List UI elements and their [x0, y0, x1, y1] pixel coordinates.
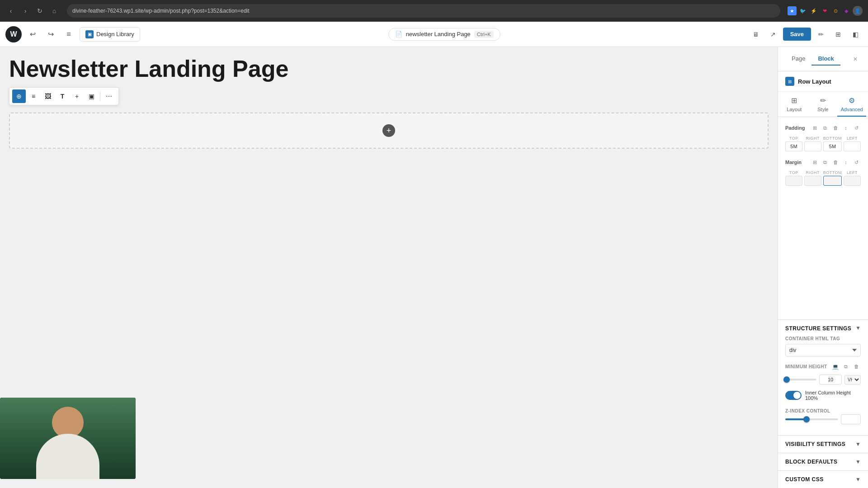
- z-index-value-input[interactable]: [841, 414, 861, 424]
- padding-copy-btn[interactable]: ⧉: [821, 123, 830, 132]
- padding-label: Padding ⊞ ⧉ 🗑 ↕ ↺: [785, 123, 861, 132]
- profile-icon[interactable]: 👤: [853, 6, 863, 16]
- margin-copy-btn[interactable]: ⧉: [821, 158, 830, 167]
- inner-column-height-toggle[interactable]: [785, 391, 802, 400]
- container-tag-label: CONTAINER HTML TAG: [785, 336, 861, 341]
- panel-header: Page Block ×: [778, 47, 868, 71]
- block-media-button[interactable]: ▣: [85, 89, 98, 103]
- design-library-button[interactable]: ▣ Design Library: [80, 27, 140, 42]
- min-height-delete-btn[interactable]: 🗑: [852, 362, 861, 371]
- style-icon: ✏: [820, 96, 826, 105]
- layout-icon: ⊞: [791, 96, 797, 105]
- design-library-label: Design Library: [96, 31, 134, 38]
- padding-bottom-input[interactable]: [823, 141, 842, 151]
- padding-bottom-cell: BOTTOM: [823, 136, 842, 151]
- padding-controls: ⊞ ⧉ 🗑 ↕ ↺: [810, 123, 861, 132]
- sub-tab-advanced[interactable]: ⚙ Advanced: [837, 92, 866, 117]
- margin-left-input[interactable]: [844, 176, 861, 186]
- url-text: divine-feather-76243.wp1.site/wp-admin/p…: [72, 8, 250, 14]
- min-height-unit-select[interactable]: VH px %: [844, 375, 861, 385]
- tab-block[interactable]: Block: [811, 52, 840, 66]
- redo-button[interactable]: ↪: [43, 27, 58, 42]
- preview-desktop-button[interactable]: 🖥: [749, 27, 763, 42]
- panel-close-button[interactable]: ×: [850, 54, 861, 65]
- video-thumbnail: [0, 398, 136, 479]
- padding-top-input[interactable]: [785, 141, 802, 151]
- page-name-pill[interactable]: 📄 newsletter Landing Page Ctrl+K: [388, 28, 500, 41]
- toolbar-right: 🖥 ↗ Save ✏ ⊞ ◧: [749, 27, 863, 42]
- back-button[interactable]: ‹: [5, 5, 16, 16]
- structure-settings-title: Structure Settings: [785, 325, 851, 332]
- min-height-value-input[interactable]: [819, 375, 842, 385]
- margin-bottom-input[interactable]: [823, 176, 842, 186]
- sub-tab-layout-label: Layout: [787, 107, 802, 112]
- wp-logo-letter: W: [10, 30, 17, 38]
- margin-top-input[interactable]: [785, 176, 802, 186]
- undo-button[interactable]: ↩: [25, 27, 40, 42]
- ext-icon-4[interactable]: ❤: [820, 6, 829, 15]
- block-text-button[interactable]: T: [56, 89, 69, 103]
- min-height-track[interactable]: [785, 379, 816, 380]
- padding-delete-btn[interactable]: 🗑: [831, 123, 840, 132]
- visibility-settings-section[interactable]: Visibility Settings ▼: [778, 435, 868, 453]
- sub-tab-style[interactable]: ✏ Style: [809, 92, 838, 117]
- min-height-copy-btn[interactable]: ⧉: [841, 362, 850, 371]
- row-layout-icon: ⊞: [785, 77, 794, 86]
- margin-controls: ⊞ ⧉ 🗑 ↕ ↺: [810, 158, 861, 167]
- padding-expand-btn[interactable]: ↕: [841, 123, 850, 132]
- advanced-icon: ⚙: [849, 96, 855, 105]
- ext-icon-2[interactable]: 🐦: [798, 6, 807, 15]
- toggle-knob: [793, 392, 801, 399]
- block-image-button[interactable]: 🖼: [41, 89, 55, 103]
- block-defaults-title: Block Defaults: [785, 459, 837, 465]
- preview-external-button[interactable]: ↗: [766, 27, 780, 42]
- margin-expand-btn[interactable]: ↕: [841, 158, 850, 167]
- home-button[interactable]: ⌂: [49, 5, 60, 16]
- margin-reset-btn[interactable]: ↺: [852, 158, 861, 167]
- settings-icon-button[interactable]: ⊞: [831, 27, 845, 42]
- padding-left-input[interactable]: [844, 141, 861, 151]
- ext-icon-5[interactable]: ⊙: [831, 6, 840, 15]
- ext-icon-3[interactable]: ⚡: [809, 6, 818, 15]
- sidebar-toggle-button[interactable]: ◧: [848, 27, 863, 42]
- margin-delete-btn[interactable]: 🗑: [831, 158, 840, 167]
- forward-button[interactable]: ›: [20, 5, 31, 16]
- padding-top-label: TOP: [789, 136, 798, 141]
- panel-content: Padding ⊞ ⧉ 🗑 ↕ ↺ TOP RIGHT: [778, 117, 868, 319]
- min-height-label: Minimum Height: [785, 364, 827, 369]
- save-button[interactable]: Save: [783, 28, 811, 41]
- block-add-button[interactable]: +: [70, 89, 84, 103]
- custom-css-section[interactable]: Custom CSS ▼: [778, 470, 868, 488]
- padding-right-input[interactable]: [804, 141, 821, 151]
- ext-icon-1[interactable]: ★: [788, 6, 797, 15]
- inner-column-height-label: Inner Column Height 100%: [805, 390, 861, 401]
- sub-tab-advanced-label: Advanced: [841, 107, 863, 112]
- block-move-button[interactable]: ⊕: [12, 89, 26, 103]
- padding-link-btn[interactable]: ⊞: [810, 123, 819, 132]
- z-index-track[interactable]: [785, 418, 838, 420]
- z-index-thumb[interactable]: [803, 416, 810, 422]
- visibility-settings-chevron: ▼: [855, 441, 861, 447]
- margin-right-input[interactable]: [804, 176, 821, 186]
- video-person: [0, 398, 136, 479]
- ext-icon-6[interactable]: ◆: [842, 6, 851, 15]
- block-defaults-section[interactable]: Block Defaults ▼: [778, 453, 868, 470]
- container-tag-select[interactable]: div section article header footer: [785, 344, 861, 357]
- list-view-button[interactable]: ≡: [61, 27, 76, 42]
- structure-settings-header[interactable]: Structure Settings ▲: [785, 325, 861, 332]
- wp-logo[interactable]: W: [5, 26, 22, 42]
- sub-tab-layout[interactable]: ⊞ Layout: [780, 92, 809, 117]
- min-height-device-btn[interactable]: 💻: [831, 362, 840, 371]
- block-align-button[interactable]: ≡: [27, 89, 40, 103]
- content-block[interactable]: +: [9, 113, 769, 149]
- margin-link-btn[interactable]: ⊞: [810, 158, 819, 167]
- url-bar[interactable]: divine-feather-76243.wp1.site/wp-admin/p…: [67, 4, 780, 18]
- add-block-button[interactable]: +: [382, 124, 395, 137]
- reload-button[interactable]: ↻: [34, 5, 45, 16]
- min-height-thumb[interactable]: [783, 376, 790, 383]
- extensions-area: ★ 🐦 ⚡ ❤ ⊙ ◆ 👤: [788, 6, 863, 16]
- tab-page[interactable]: Page: [785, 52, 811, 66]
- block-more-button[interactable]: ⋯: [102, 89, 116, 103]
- edit-icon-button[interactable]: ✏: [814, 27, 828, 42]
- padding-reset-btn[interactable]: ↺: [852, 123, 861, 132]
